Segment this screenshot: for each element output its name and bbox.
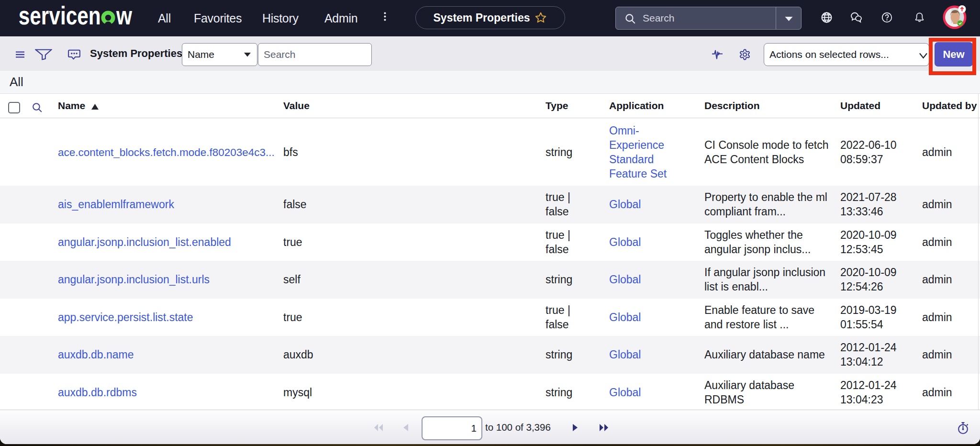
- svg-text:w: w: [116, 5, 132, 30]
- svg-text:servicen: servicen: [19, 5, 101, 30]
